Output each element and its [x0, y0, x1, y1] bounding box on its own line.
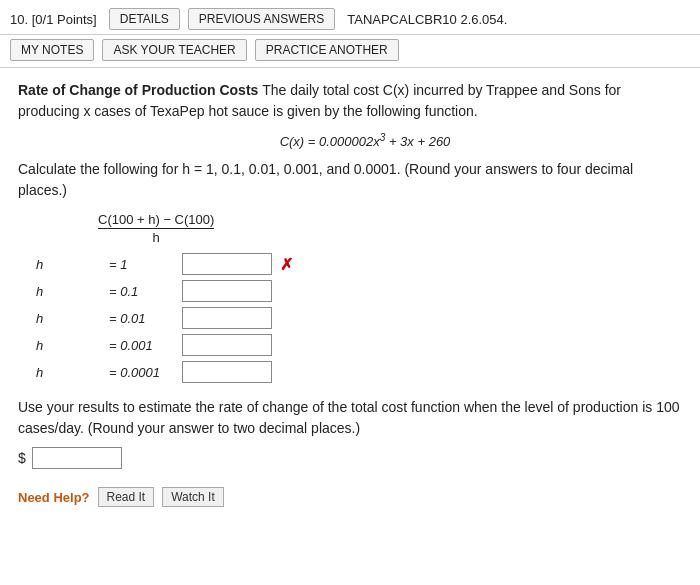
input-row-4: h = 0.001 — [36, 334, 682, 356]
question-text: Calculate the following for h = 1, 0.1, … — [18, 159, 682, 201]
formula-text: C(x) = 0.000002x3 + 3x + 260 — [280, 134, 451, 149]
read-it-button[interactable]: Read It — [98, 487, 155, 507]
my-notes-button[interactable]: MY NOTES — [10, 39, 94, 61]
input-label-2b: = 0.1 — [109, 284, 174, 299]
input-label-1b: = 1 — [109, 257, 174, 272]
input-label-5b: = 0.0001 — [109, 365, 174, 380]
input-row-2: h = 0.1 — [36, 280, 682, 302]
practice-another-button[interactable]: PRACTICE ANOTHER — [255, 39, 399, 61]
watch-it-button[interactable]: Watch It — [162, 487, 224, 507]
input-row-3: h = 0.01 — [36, 307, 682, 329]
estimation-text: Use your results to estimate the rate of… — [18, 399, 680, 436]
input-label-3: h — [36, 311, 101, 326]
input-h1[interactable] — [182, 253, 272, 275]
estimation-input[interactable] — [32, 447, 122, 469]
inputs-section: h = 1 ✗ h = 0.1 h = 0.01 h = 0.001 h = 0… — [36, 253, 682, 383]
need-help-label: Need Help? — [18, 490, 90, 505]
top-bar: 10. [0/1 Points] DETAILS PREVIOUS ANSWER… — [0, 0, 700, 35]
input-label-4b: = 0.001 — [109, 338, 174, 353]
formula-display: C(x) = 0.000002x3 + 3x + 260 — [48, 132, 682, 149]
dollar-row: $ — [18, 447, 682, 469]
ask-teacher-button[interactable]: ASK YOUR TEACHER — [102, 39, 246, 61]
problem-title: Rate of Change of Production Costs The d… — [18, 80, 682, 122]
title-bold: Rate of Change of Production Costs — [18, 82, 258, 98]
input-row-1: h = 1 ✗ — [36, 253, 682, 275]
fraction-line — [98, 228, 214, 229]
previous-answers-button[interactable]: PREVIOUS ANSWERS — [188, 8, 335, 30]
need-help-section: Need Help? Read It Watch It — [18, 487, 682, 507]
input-label-4: h — [36, 338, 101, 353]
details-button[interactable]: DETAILS — [109, 8, 180, 30]
input-label-2: h — [36, 284, 101, 299]
course-code: TANAPCALCBR10 2.6.054. — [347, 12, 507, 27]
estimation-section: Use your results to estimate the rate of… — [18, 397, 682, 469]
content-area: Rate of Change of Production Costs The d… — [0, 68, 700, 517]
input-h001[interactable] — [182, 307, 272, 329]
input-h00001[interactable] — [182, 361, 272, 383]
fraction-denominator: h — [153, 230, 160, 245]
wrong-mark-1: ✗ — [280, 255, 293, 274]
input-row-5: h = 0.0001 — [36, 361, 682, 383]
input-h0001[interactable] — [182, 334, 272, 356]
input-label-1: h — [36, 257, 101, 272]
input-label-5: h — [36, 365, 101, 380]
input-label-3b: = 0.01 — [109, 311, 174, 326]
fraction-display: C(100 + h) − C(100) h — [98, 212, 214, 245]
dollar-sign: $ — [18, 448, 26, 469]
question-number: 10. [0/1 Points] — [10, 12, 97, 27]
second-bar: MY NOTES ASK YOUR TEACHER PRACTICE ANOTH… — [0, 35, 700, 68]
input-h01[interactable] — [182, 280, 272, 302]
fraction-numerator: C(100 + h) − C(100) — [98, 212, 214, 227]
